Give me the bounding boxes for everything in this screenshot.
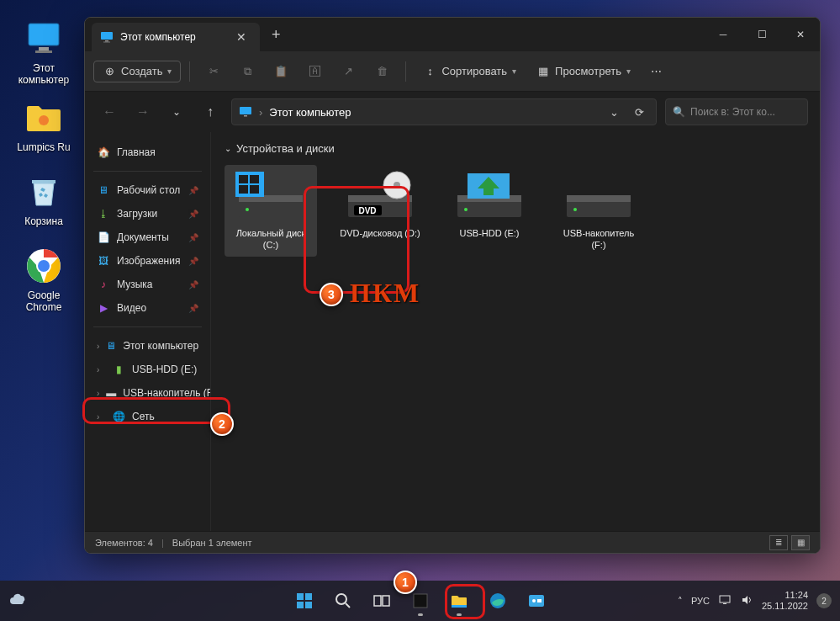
sidebar-item-videos[interactable]: ▶Видео📌 (90, 296, 205, 320)
sidebar-item-label: Изображения (117, 255, 180, 267)
desktop-icon-recycle-bin[interactable]: Корзина (12, 172, 76, 227)
chevron-right-icon: › (259, 106, 262, 119)
search-button[interactable] (326, 584, 360, 618)
volume-icon[interactable] (740, 593, 753, 608)
sidebar-item-label: Сеть (132, 411, 155, 422)
icons-view-button[interactable]: ▦ (791, 535, 810, 550)
expander-icon[interactable]: › (97, 365, 105, 374)
drive-dvd-d[interactable]: DVD DVD-дисковод (D:) (334, 165, 426, 257)
date: 25.11.2022 (762, 601, 808, 612)
svg-rect-18 (239, 175, 248, 183)
expander-icon[interactable]: › (97, 389, 99, 398)
taskbar-app-2[interactable] (520, 584, 553, 618)
tray-expand-button[interactable]: ˄ (678, 596, 683, 607)
network-icon[interactable] (718, 593, 732, 608)
svg-rect-9 (101, 32, 113, 40)
annotation-marker-1: 1 (394, 571, 417, 594)
notifications-button[interactable]: 2 (816, 593, 832, 608)
details-view-button[interactable]: ≣ (769, 535, 788, 550)
desktop-icon-lumpics[interactable]: Lumpics Ru (12, 98, 76, 153)
close-button[interactable]: ✕ (781, 18, 820, 51)
sidebar-item-documents[interactable]: 📄Документы📌 (90, 226, 205, 249)
sidebar-item-home[interactable]: 🏠 Главная (90, 141, 205, 164)
drive-usb-f[interactable]: USB-накопитель (F:) (552, 165, 645, 257)
svg-rect-38 (297, 602, 304, 608)
drive-label: USB-HDD (E:) (460, 227, 520, 239)
svg-rect-49 (537, 599, 542, 602)
explorer-tab[interactable]: Этот компьютер ✕ (92, 23, 260, 51)
svg-rect-42 (374, 596, 381, 606)
drive-local-c[interactable]: Локальный диск (C:) (225, 165, 317, 257)
desktop-icon-label: Корзина (24, 215, 63, 227)
content-pane[interactable]: ⌄ Устройства и диски Локальный диск (C:) (211, 132, 820, 531)
sidebar-item-network[interactable]: ›🌐Сеть (90, 405, 205, 428)
start-button[interactable] (288, 584, 321, 618)
task-view-button[interactable] (365, 584, 399, 618)
address-bar[interactable]: › Этот компьютер ⌄ ⟳ (231, 98, 657, 125)
tab-close-button[interactable]: ✕ (231, 29, 251, 45)
up-button[interactable]: ↑ (198, 99, 223, 125)
pin-icon: 📌 (188, 280, 198, 289)
clock[interactable]: 11:24 25.11.2022 (762, 590, 808, 611)
titlebar[interactable]: Этот компьютер ✕ + ─ ☐ ✕ (85, 18, 820, 51)
expander-icon[interactable]: › (97, 342, 99, 351)
svg-point-4 (39, 115, 49, 125)
sidebar-item-usb-hdd[interactable]: ›▮USB-HDD (E:) (90, 358, 205, 381)
taskbar-edge[interactable] (481, 584, 515, 618)
forward-button[interactable]: → (130, 99, 156, 125)
back-button[interactable]: ← (97, 99, 122, 125)
view-button[interactable]: ▦ Просмотреть ▾ (528, 60, 639, 83)
sort-button[interactable]: ↕ Сортировать ▾ (415, 60, 525, 83)
annotation-text-pkm: ПКМ (350, 278, 420, 309)
desktop-icon-label: Этот компьютер (12, 62, 76, 86)
sidebar-item-music[interactable]: ♪Музыка📌 (90, 273, 205, 296)
ellipsis-icon: ⋯ (651, 65, 662, 77)
weather-widget[interactable] (8, 591, 29, 611)
app-icon (526, 591, 547, 611)
copy-icon: ⧉ (240, 65, 254, 78)
delete-button[interactable]: 🗑 (367, 60, 397, 83)
svg-rect-2 (39, 47, 49, 50)
status-count: Элементов: 4 (95, 538, 153, 548)
new-button[interactable]: ⊕ Создать ▾ (93, 61, 181, 82)
drive-usb-hdd-e[interactable]: USB-HDD (E:) (443, 165, 536, 257)
language-indicator[interactable]: РУС (691, 596, 710, 606)
recent-locations-button[interactable]: ⌄ (164, 99, 189, 125)
chevron-down-icon: ▾ (626, 66, 631, 76)
search-input[interactable]: 🔍 Поиск в: Этот ко... (665, 98, 808, 125)
expander-icon[interactable]: › (97, 412, 105, 422)
music-icon: ♪ (97, 278, 110, 291)
address-location: Этот компьютер (269, 106, 351, 119)
pin-icon: 📌 (188, 186, 198, 195)
tab-title: Этот компьютер (120, 31, 225, 43)
svg-rect-51 (723, 603, 726, 604)
cut-button[interactable]: ✂ (198, 60, 229, 83)
system-tray: ˄ РУС 11:24 25.11.2022 2 (678, 590, 832, 611)
new-tab-button[interactable]: + (260, 26, 293, 44)
sidebar-item-this-pc[interactable]: ›🖥Этот компьютер (90, 334, 205, 358)
section-title: Устройства и диски (236, 142, 335, 155)
sidebar-item-downloads[interactable]: ⭳Загрузки📌 (90, 202, 205, 226)
refresh-button[interactable]: ⟳ (629, 102, 649, 122)
videos-icon: ▶ (97, 301, 110, 315)
taskbar-file-explorer[interactable] (442, 584, 476, 618)
desktop-icon-chrome[interactable]: Google Chrome (12, 246, 76, 313)
sidebar-item-usb-drive[interactable]: ›▬USB-накопитель (F (90, 381, 205, 405)
desktop-icon-this-pc[interactable]: Этот компьютер (12, 19, 76, 86)
pin-icon: 📌 (188, 210, 198, 219)
rename-button[interactable]: 🄰 (299, 60, 330, 83)
sidebar-item-pictures[interactable]: 🖼Изображения📌 (90, 249, 205, 273)
annotation-marker-2: 2 (210, 412, 234, 436)
share-button[interactable]: ↗ (333, 60, 363, 83)
section-header-devices[interactable]: ⌄ Устройства и диски (225, 142, 806, 155)
address-dropdown-button[interactable]: ⌄ (604, 102, 624, 122)
minimize-button[interactable]: ─ (704, 18, 742, 51)
paste-button[interactable]: 📋 (266, 60, 296, 83)
sidebar-item-desktop[interactable]: 🖥Рабочий стол📌 (90, 178, 205, 202)
maximize-button[interactable]: ☐ (742, 18, 781, 51)
home-icon: 🏠 (97, 146, 110, 159)
more-button[interactable]: ⋯ (642, 60, 670, 82)
app-icon (410, 591, 431, 611)
copy-button[interactable]: ⧉ (232, 60, 262, 83)
navigation-row: ← → ⌄ ↑ › Этот компьютер ⌄ ⟳ 🔍 Поиск в: … (85, 92, 820, 132)
